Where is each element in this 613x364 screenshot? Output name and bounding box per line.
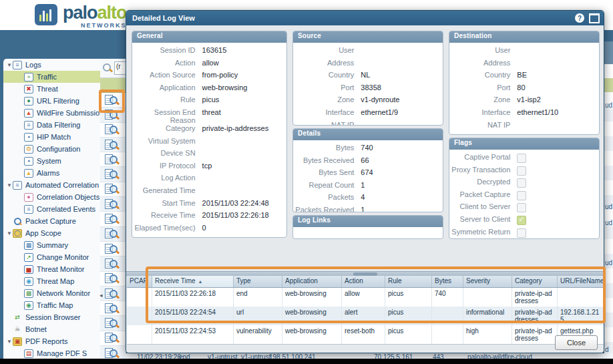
- column-header-application[interactable]: Application: [282, 276, 342, 287]
- detail-view-icon[interactable]: [105, 258, 120, 269]
- destination-row: User: [451, 46, 595, 59]
- sidebar-item-wildfire-submissions[interactable]: ▲WildFire Submissions: [3, 107, 100, 119]
- field-label: Bytes: [294, 144, 361, 152]
- network-monitor-icon: ▩: [24, 289, 33, 298]
- detail-view-icon[interactable]: [105, 95, 120, 106]
- expand-arrow-icon[interactable]: ▼: [6, 62, 13, 68]
- table-row[interactable]: 2015/11/03 22:24:54urlweb-browsingalertp…: [127, 307, 604, 325]
- detail-view-icon[interactable]: [105, 199, 120, 210]
- panel-collapse-arrow-icon[interactable]: ◂: [99, 292, 103, 299]
- sidebar-item-summary[interactable]: ▦Summary: [3, 239, 100, 251]
- detail-view-icon[interactable]: [105, 214, 120, 224]
- field-label: Session End Reason: [134, 108, 202, 124]
- detail-view-icon[interactable]: [105, 289, 120, 299]
- sidebar-item-pdf-reports[interactable]: ▼▣PDF Reports: [3, 335, 100, 347]
- log-filter-bar: (r: [100, 59, 126, 78]
- sidebar-item-network-monitor[interactable]: ▩Network Monitor: [3, 287, 100, 299]
- sidebar-item-url-filtering[interactable]: ●URL Filtering: [3, 95, 100, 107]
- detail-view-icon[interactable]: [105, 154, 120, 165]
- detail-view-icon[interactable]: [105, 184, 120, 194]
- column-header-rule[interactable]: Rule: [385, 276, 432, 287]
- column-header-bytes[interactable]: Bytes: [432, 276, 463, 287]
- detail-view-icon[interactable]: [105, 273, 120, 284]
- expand-arrow-icon[interactable]: ▼: [6, 339, 13, 345]
- column-header-url-filename[interactable]: URL/FileName: [558, 276, 604, 287]
- sidebar-item-session-browser[interactable]: ⇄Session Browser: [3, 311, 100, 323]
- details-panel-title: Details: [293, 129, 443, 140]
- table-cell: high: [463, 325, 512, 344]
- field-value: 80: [517, 83, 595, 92]
- threat-map-icon: ◉: [24, 277, 33, 286]
- details-row: Bytes Received66: [294, 156, 439, 169]
- detail-view-icon[interactable]: [105, 303, 120, 314]
- sidebar-item-correlation-objects[interactable]: ●Correlation Objects: [3, 191, 100, 203]
- filter-input[interactable]: (r: [114, 61, 126, 75]
- column-header-type[interactable]: Type: [234, 276, 282, 287]
- column-header-category[interactable]: Category: [512, 276, 558, 287]
- sidebar-item-manage-pdf-s[interactable]: ▤Manage PDF S: [3, 347, 100, 359]
- sidebar-item-threat-monitor[interactable]: ▅Threat Monitor: [3, 263, 100, 275]
- sidebar-item-app-scope[interactable]: ▼◯App Scope: [3, 227, 100, 239]
- field-label: Packets Received: [294, 206, 361, 212]
- sidebar-item-threat-map[interactable]: ◉Threat Map: [3, 275, 100, 287]
- expand-arrow-icon[interactable]: ▼: [6, 182, 13, 188]
- field-value: tcp: [202, 162, 282, 170]
- table-cell: picus: [385, 288, 432, 307]
- table-row[interactable]: 2015/11/03 22:26:18endweb-browsingallowp…: [127, 288, 604, 307]
- sidebar-item-label: Threat: [37, 85, 58, 93]
- table-cell: [127, 307, 152, 325]
- sidebar-item-logs[interactable]: ▼≡Logs: [3, 59, 100, 71]
- traffic-icon: »: [24, 73, 33, 81]
- destination-row: Interfaceethernet1/10: [451, 108, 595, 121]
- detail-view-icon[interactable]: [105, 110, 120, 120]
- search-icon[interactable]: [102, 63, 113, 73]
- detail-view-icon[interactable]: [105, 244, 120, 254]
- sidebar-item-hip-match[interactable]: ▪HIP Match: [3, 131, 100, 143]
- field-label: Zone: [294, 96, 361, 104]
- detail-view-icon[interactable]: [105, 169, 120, 180]
- details-panel: DetailsBytes740Bytes Received66Bytes Sen…: [292, 128, 443, 212]
- sidebar-item-threat[interactable]: ✖Threat: [3, 83, 100, 95]
- sidebar-item-traffic-map[interactable]: ◉Traffic Map: [3, 299, 100, 311]
- detail-view-icon[interactable]: [105, 228, 120, 239]
- automated-correlation-icon: ≡: [13, 181, 22, 190]
- sidebar-item-packet-capture[interactable]: Packet Capture: [3, 215, 100, 227]
- column-header-pcap[interactable]: PCAP: [127, 276, 152, 287]
- expand-arrow-icon[interactable]: ▼: [6, 230, 13, 236]
- close-button[interactable]: Close: [555, 335, 598, 350]
- sidebar-item-alarms[interactable]: ▲Alarms: [3, 167, 100, 179]
- field-label: Generated Time: [134, 186, 202, 194]
- sidebar-item-automated-correlation[interactable]: ▼≡Automated Correlation: [3, 179, 100, 191]
- destination-row: Port80: [451, 83, 595, 96]
- detail-view-icon[interactable]: [105, 333, 120, 343]
- help-icon[interactable]: ?: [575, 13, 584, 23]
- detail-view-icon[interactable]: [105, 140, 120, 150]
- field-label: Packet Capture: [451, 190, 517, 198]
- logs-icon: ≡: [13, 61, 22, 69]
- table-row[interactable]: 2015/11/03 22:24:53vulnerabilityweb-brow…: [127, 325, 604, 344]
- column-header-severity[interactable]: Severity: [463, 276, 512, 287]
- details-panel-body: Bytes740Bytes Received66Bytes Sent674Rep…: [293, 140, 443, 212]
- detail-handle-glyph: [116, 309, 120, 313]
- detail-view-icon[interactable]: [105, 124, 120, 135]
- sidebar-item-botnet[interactable]: ☠Botnet: [3, 323, 100, 335]
- detail-view-icon[interactable]: [105, 318, 120, 329]
- flags-row: Packet Capture: [451, 190, 595, 203]
- column-header-action[interactable]: Action: [342, 276, 385, 287]
- sidebar-item-configuration[interactable]: ⚙Configuration: [3, 143, 100, 155]
- sidebar-item-traffic[interactable]: »Traffic: [3, 71, 100, 83]
- session-browser-icon: ⇄: [13, 313, 22, 322]
- sidebar-item-correlated-events[interactable]: ≡Correlated Events: [3, 203, 100, 215]
- detail-view-icon[interactable]: [105, 348, 120, 359]
- log-row: [100, 227, 126, 242]
- field-value: ethernet1/9: [361, 108, 439, 116]
- sidebar-item-system[interactable]: ▪System: [3, 155, 100, 167]
- table-cell: 740: [432, 288, 463, 307]
- field-label: Log Action: [134, 174, 202, 182]
- table-cell: [463, 288, 512, 307]
- maximize-icon[interactable]: [589, 13, 600, 23]
- sidebar-item-data-filtering[interactable]: ≡Data Filtering: [3, 119, 100, 131]
- sidebar-item-change-monitor[interactable]: ↗Change Monitor: [3, 251, 100, 263]
- field-value: 674: [361, 168, 439, 176]
- column-header-receive-time[interactable]: Receive Time▲: [152, 276, 234, 287]
